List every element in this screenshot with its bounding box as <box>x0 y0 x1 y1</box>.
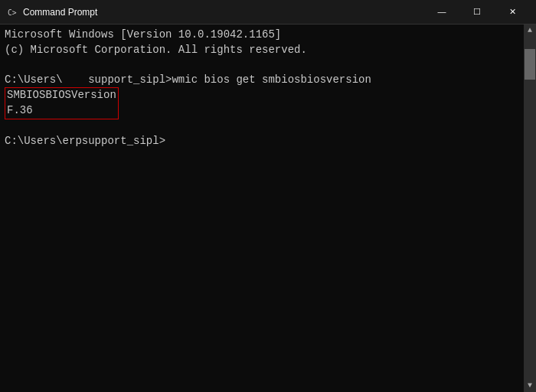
window-title: Command Prompt <box>23 7 424 18</box>
close-button[interactable]: ✕ <box>495 0 530 24</box>
terminal-blank-line <box>5 57 531 73</box>
minimize-button[interactable]: — <box>424 0 459 24</box>
title-bar: C> Command Prompt — ☐ ✕ <box>0 0 536 24</box>
window-controls: — ☐ ✕ <box>424 0 530 24</box>
terminal-line: (c) Microsoft Corporation. All rights re… <box>5 43 531 58</box>
terminal-output[interactable]: Microsoft Windows [Version 10.0.19042.11… <box>0 24 536 392</box>
smbios-version-label: SMBIOSBIOSVersion <box>7 88 116 103</box>
terminal-line: Microsoft Windows [Version 10.0.19042.11… <box>5 28 531 43</box>
smbios-version-value: F.36 <box>7 103 116 119</box>
terminal-command-line: C:\Users\ support_sipl>wmic bios get smb… <box>5 73 531 88</box>
svg-text:C>: C> <box>8 8 17 17</box>
scroll-up-arrow[interactable]: ▲ <box>525 24 535 37</box>
highlighted-result-block: SMBIOSBIOSVersion F.36 <box>5 87 119 119</box>
scroll-down-arrow[interactable]: ▼ <box>525 380 535 392</box>
scrollbar[interactable]: ▲ ▼ <box>524 24 536 392</box>
terminal-prompt-line: C:\Users\erpsupport_sipl> <box>5 134 531 149</box>
maximize-button[interactable]: ☐ <box>459 0 495 24</box>
cmd-icon: C> <box>6 6 18 18</box>
terminal-blank-line <box>5 119 531 135</box>
scrollbar-thumb[interactable] <box>525 49 535 80</box>
